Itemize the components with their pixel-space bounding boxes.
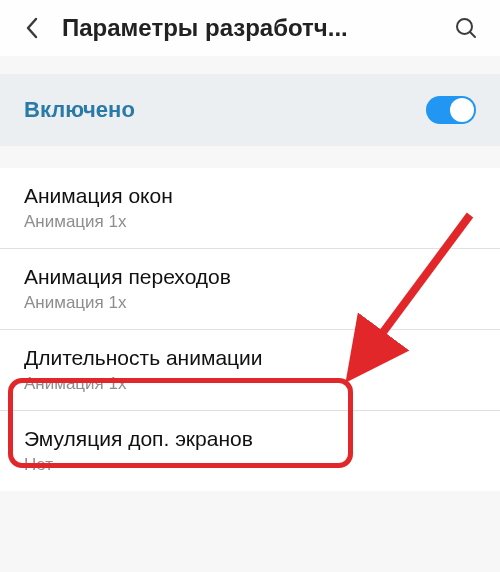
- master-toggle-label: Включено: [24, 97, 135, 123]
- setting-value: Нет: [24, 455, 476, 475]
- back-button[interactable]: [20, 16, 44, 40]
- setting-value: Анимация 1x: [24, 293, 476, 313]
- search-icon: [454, 16, 478, 40]
- setting-title: Анимация окон: [24, 184, 476, 208]
- svg-line-1: [470, 32, 475, 37]
- master-toggle-switch[interactable]: [426, 96, 476, 124]
- page-title: Параметры разработч...: [62, 14, 440, 42]
- setting-secondary-displays[interactable]: Эмуляция доп. экранов Нет: [0, 410, 500, 491]
- setting-transition-animation[interactable]: Анимация переходов Анимация 1x: [0, 248, 500, 329]
- setting-value: Анимация 1x: [24, 212, 476, 232]
- setting-title: Длительность анимации: [24, 346, 476, 370]
- toggle-knob: [450, 98, 474, 122]
- settings-list: Анимация окон Анимация 1x Анимация перех…: [0, 168, 500, 491]
- setting-value: Анимация 1x: [24, 374, 476, 394]
- search-button[interactable]: [452, 14, 480, 42]
- setting-animator-duration[interactable]: Длительность анимации Анимация 1x: [0, 329, 500, 410]
- setting-title: Анимация переходов: [24, 265, 476, 289]
- chevron-left-icon: [25, 17, 39, 39]
- master-toggle-row[interactable]: Включено: [0, 74, 500, 146]
- setting-window-animation[interactable]: Анимация окон Анимация 1x: [0, 168, 500, 248]
- setting-title: Эмуляция доп. экранов: [24, 427, 476, 451]
- app-header: Параметры разработч...: [0, 0, 500, 56]
